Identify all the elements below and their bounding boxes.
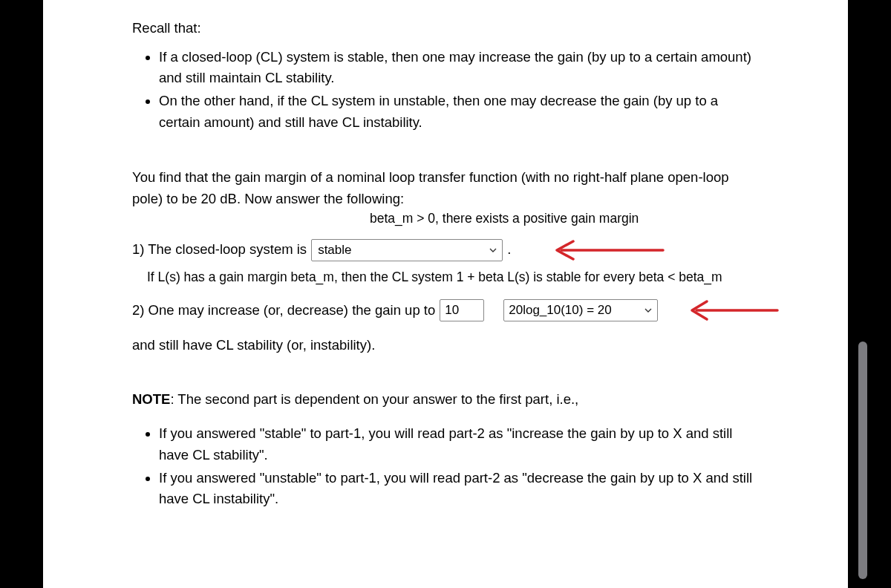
annotation-positive-gain: beta_m > 0, there exists a positive gain… [370,209,759,229]
scrollbar-track[interactable] [857,0,869,588]
note-rest: : The second part is dependent on your a… [170,391,578,407]
arrow-left-icon [685,298,781,323]
annotation-gain-margin: If L(s) has a gain margin beta_m, then t… [147,267,759,287]
q2-value-input[interactable] [440,299,484,321]
note-label: NOTE [132,391,170,407]
recall-heading: Recall that: [132,18,759,39]
q1-select-value: stable [318,241,351,260]
q2-select-value: 20log_10(10) = 20 [509,301,611,320]
list-item: On the other hand, if the CL system in u… [159,91,759,133]
q1-suffix: . [507,239,511,261]
note-block: NOTE: The second part is dependent on yo… [132,389,759,510]
question-2-line: 2) One may increase (or, decrease) the g… [132,299,759,321]
list-item: If you answered "stable" to part-1, you … [159,423,759,466]
note-list: If you answered "stable" to part-1, you … [132,423,759,510]
question-1-line: 1) The closed-loop system is stable . [132,239,759,261]
q2-after-text: and still have CL stability (or, instabi… [132,335,759,356]
intro-paragraph: You find that the gain margin of a nomin… [132,167,759,209]
note-heading-line: NOTE: The second part is dependent on yo… [132,389,759,411]
scrollbar-thumb[interactable] [858,342,867,579]
list-item: If you answered "unstable" to part-1, yo… [159,468,759,510]
arrow-left-icon [548,238,667,263]
q2-db-select[interactable]: 20log_10(10) = 20 [503,299,658,321]
document-page: Recall that: If a closed-loop (CL) syste… [43,0,848,588]
q1-stability-select[interactable]: stable [311,239,503,261]
chevron-down-icon [489,246,497,255]
chevron-down-icon [644,306,653,315]
recall-list: If a closed-loop (CL) system is stable, … [132,47,759,134]
list-item: If a closed-loop (CL) system is stable, … [159,47,759,89]
q2-prefix: 2) One may increase (or, decrease) the g… [132,300,435,321]
q1-prefix: 1) The closed-loop system is [132,239,307,261]
